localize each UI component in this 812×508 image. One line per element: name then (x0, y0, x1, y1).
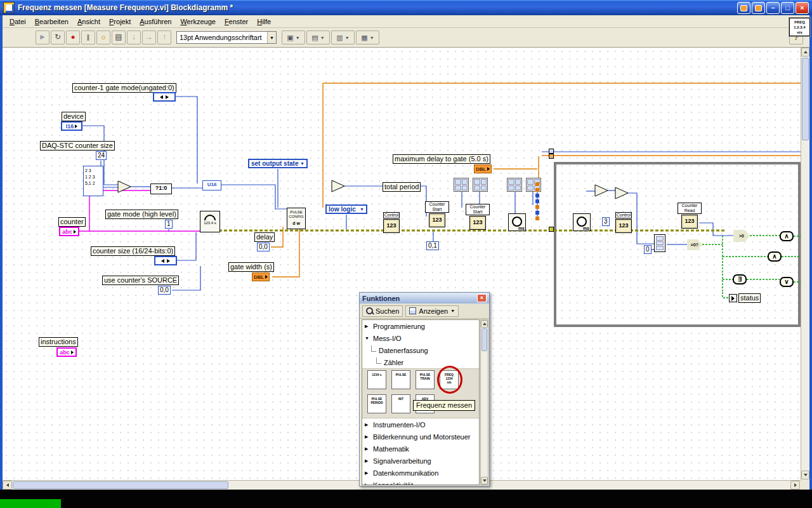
run-button[interactable]: ► (36, 30, 49, 44)
palette-item-instrumenten-io[interactable]: ▶ Instrumenten-I/O (362, 418, 479, 431)
u16-conversion-node[interactable]: U16 (202, 180, 221, 190)
device-terminal[interactable]: I16 (61, 121, 82, 131)
step-into-button[interactable]: ↓ (127, 30, 141, 44)
expander-icon[interactable]: ▶ (365, 458, 370, 464)
scroll-down-button[interactable] (481, 477, 488, 485)
compare-node[interactable] (332, 180, 344, 192)
distribute-objects-dropdown[interactable]: ▤ ▼ (306, 30, 330, 44)
dbl-constant-gate-width[interactable]: DBL (252, 272, 270, 281)
select-node[interactable]: ?1:0 (150, 184, 172, 194)
property-grid-icon[interactable] (473, 178, 488, 192)
minimize-button[interactable]: – (766, 2, 780, 14)
maximize-button[interactable]: □ (781, 2, 794, 14)
step-over-button[interactable]: → (142, 30, 156, 44)
array-constant[interactable]: 2 3 1 2 3 5,1 2 (83, 166, 103, 196)
vertical-scroll-thumb[interactable] (802, 58, 809, 140)
palette-item-programmierung[interactable]: ▶ Programmierung (362, 320, 479, 332)
expander-icon[interactable]: ▶ (365, 483, 370, 486)
palette-item-bilderkennung[interactable]: ▶ Bilderkennung und Motorsteuer (362, 431, 479, 443)
counter-string-terminal[interactable]: abc (59, 227, 79, 236)
counter-start-node-1[interactable]: Counter Start 123 (425, 201, 449, 227)
property-grid-icon[interactable] (507, 178, 522, 192)
enum-set-output-state[interactable]: set output state ▼ (248, 159, 308, 168)
tunnel[interactable] (549, 154, 554, 159)
vi-connector-icon[interactable]: FREQ 1.2.3.4 n/x (789, 18, 810, 36)
palette-icon-count-events[interactable]: 1234 s (367, 370, 386, 389)
pause-button[interactable]: ∥ (81, 30, 95, 44)
compare-node[interactable] (615, 187, 628, 199)
palette-item-konnektivitaet[interactable]: ▶ Konnektivität (362, 479, 479, 485)
palette-close-button[interactable]: × (477, 294, 487, 302)
palette-item-signalverarbeitung[interactable]: ▶ Signalverarbeitung (362, 455, 479, 467)
retain-wire-values-button[interactable]: ▤ (112, 30, 126, 44)
index-array-node[interactable] (654, 234, 665, 252)
palette-icon-int[interactable]: INT (391, 394, 410, 413)
scroll-up-button[interactable] (481, 320, 488, 328)
menu-item-datei[interactable]: Datei (5, 17, 30, 27)
menu-item-bearbeiten[interactable]: Bearbeiten (30, 17, 73, 27)
dbl-constant-max-delay[interactable]: DBL (474, 164, 492, 173)
resize-objects-dropdown[interactable]: ▥ ▼ (331, 30, 355, 44)
menu-item-ansicht[interactable]: Ansicht (73, 17, 105, 27)
tunnel[interactable] (549, 227, 554, 232)
titlebar-extra-button-1[interactable] (737, 2, 750, 14)
counter-read-node[interactable]: Counter Read 123 (678, 203, 702, 229)
counter-control-node-1[interactable]: Control 123 (382, 208, 401, 233)
wait-ms-node[interactable]: ms (508, 213, 526, 231)
tunnel[interactable] (549, 149, 554, 154)
abort-button[interactable]: ● (66, 30, 80, 44)
scroll-down-button[interactable] (801, 471, 809, 479)
vertical-scrollbar[interactable] (801, 48, 809, 480)
titlebar-extra-button-2[interactable] (752, 2, 765, 14)
and-gate-node[interactable]: ∧ (780, 231, 794, 241)
enum-control-counter-size[interactable] (154, 256, 177, 265)
run-continuous-button[interactable]: ↻ (51, 30, 65, 44)
constant-24[interactable]: 24 (96, 151, 107, 160)
property-grid-icon[interactable] (454, 178, 469, 192)
array-or-node[interactable]: ∃ (733, 274, 747, 284)
instructions-string-terminal[interactable]: abc (56, 347, 77, 357)
counter-config-node[interactable]: 123.4 s (200, 211, 220, 232)
counter-start-node-2[interactable]: Counter Start 123 (466, 204, 490, 230)
compare-node[interactable] (595, 185, 608, 196)
palette-item-mess-io[interactable]: ▼ Mess-I/O (362, 332, 479, 344)
expander-icon[interactable]: ▼ (365, 336, 370, 340)
palette-item-datenerfassung[interactable]: Datenerfassung (362, 344, 479, 356)
palette-scroll-thumb[interactable] (481, 328, 487, 351)
scroll-right-button[interactable] (790, 481, 800, 490)
constant-3[interactable]: 3 (602, 217, 610, 226)
expander-icon[interactable]: ▶ (365, 446, 370, 451)
enum-low-logic[interactable]: low logic ▼ (325, 204, 367, 214)
expander-icon[interactable]: ▶ (365, 324, 370, 329)
close-button[interactable]: × (796, 2, 809, 14)
step-out-button[interactable]: ↑ (157, 30, 171, 44)
menu-item-projekt[interactable]: Projekt (105, 17, 135, 27)
menu-item-fenster[interactable]: Fenster (220, 17, 252, 27)
scroll-up-button[interactable] (801, 48, 809, 57)
palette-item-zaehler[interactable]: Zähler (362, 356, 479, 368)
palette-icon-pulse[interactable]: PULSE (391, 370, 410, 389)
horizontal-scroll-thumb[interactable] (13, 481, 228, 489)
counter-control-node-2[interactable]: Control 123 (614, 208, 633, 233)
constant-1[interactable]: 1 (165, 220, 173, 229)
constant-0[interactable]: 0 (644, 245, 652, 254)
menu-item-werkzeuge[interactable]: Werkzeuge (176, 17, 219, 27)
menu-item-ausfuehren[interactable]: Ausführen (135, 17, 176, 27)
palette-item-datenkommunikation[interactable]: ▶ Datenkommunikation (362, 467, 479, 479)
pulse-config-node[interactable]: PULSE CONFIG d w (287, 208, 306, 229)
font-selector[interactable]: 13pt Anwendungsschriftart ▼ (176, 31, 277, 44)
expander-icon[interactable]: ▶ (365, 422, 370, 427)
menu-item-hilfe[interactable]: Hilfe (252, 17, 275, 27)
reorder-objects-dropdown[interactable]: ▦ ▼ (356, 30, 379, 44)
functions-palette-window[interactable]: Funktionen × Suchen Anzeigen ▼ ▶ Program… (359, 292, 490, 486)
and-gate-node[interactable]: ∧ (768, 251, 782, 262)
palette-search-button[interactable]: Suchen (362, 305, 403, 317)
constant-duty[interactable]: 0,1 (426, 241, 439, 250)
palette-icon-pulse-period[interactable]: PULSE PERIOD (367, 394, 386, 413)
constant-use-source[interactable]: 0,0 (158, 286, 171, 295)
expander-icon[interactable]: ▶ (365, 471, 370, 476)
status-indicator-node[interactable] (729, 294, 737, 302)
palette-scrollbar[interactable] (480, 319, 488, 485)
constant-delay[interactable]: 0,0 (257, 243, 270, 251)
or-gate-node[interactable]: ∨ (780, 277, 794, 287)
